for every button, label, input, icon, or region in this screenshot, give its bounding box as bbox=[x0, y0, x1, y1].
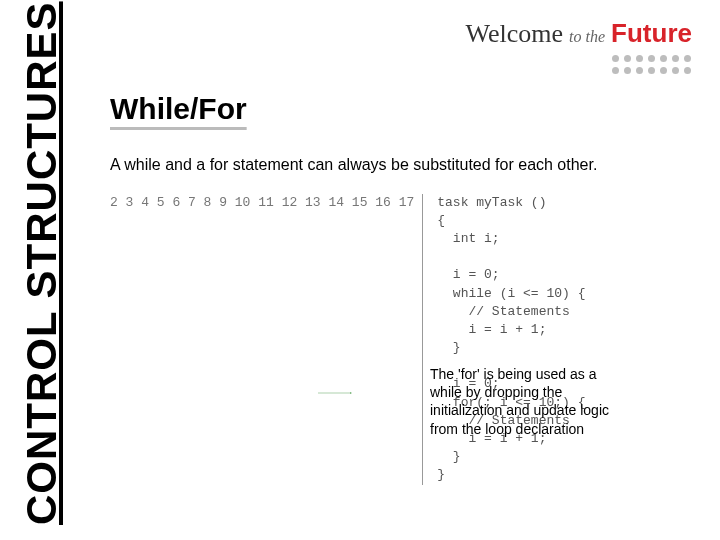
code-lines: task myTask () { int i; i = 0; while (i … bbox=[423, 194, 585, 485]
logo-future: Future bbox=[611, 18, 692, 49]
body-text: A while and a for statement can always b… bbox=[110, 154, 692, 176]
logo-tothe: to the bbox=[569, 28, 605, 46]
header-logo: Welcome to the Future bbox=[466, 18, 692, 75]
sidebar-vertical-title: CONTROL STRUCTURES bbox=[18, 1, 66, 525]
svg-marker-1 bbox=[350, 392, 352, 394]
code-block: 2 3 4 5 6 7 8 9 10 11 12 13 14 15 16 17 … bbox=[110, 194, 692, 485]
logo-dot-grid bbox=[612, 55, 692, 75]
annotation-arrow bbox=[250, 392, 420, 394]
annotation-text: The 'for' is being used as a while by dr… bbox=[430, 365, 630, 438]
code-line-numbers: 2 3 4 5 6 7 8 9 10 11 12 13 14 15 16 17 bbox=[110, 194, 423, 485]
logo-welcome: Welcome bbox=[466, 19, 564, 49]
slide-title: While/For bbox=[110, 92, 692, 126]
